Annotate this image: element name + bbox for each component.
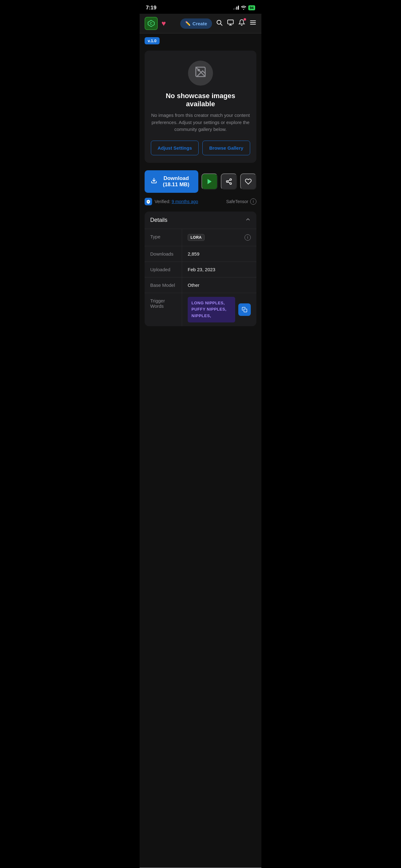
trigger-tags-text: LONG NIPPLES, PUFFY NIPPLES, NIPPLES,: [192, 301, 226, 318]
search-icon[interactable]: [216, 19, 223, 28]
details-title: Details: [150, 217, 167, 223]
svg-line-3: [221, 24, 222, 25]
verified-text: Verified: 9 months ago: [155, 199, 198, 204]
share-button[interactable]: [221, 174, 237, 190]
uploaded-value: Feb 23, 2023: [182, 262, 257, 277]
detail-row-uploaded: Uploaded Feb 23, 2023: [144, 262, 257, 277]
uploaded-label: Uploaded: [144, 262, 182, 277]
create-button[interactable]: ✏️ Create: [180, 19, 212, 29]
verified-time-link[interactable]: 9 months ago: [171, 199, 198, 204]
verified-left: Verified: 9 months ago: [144, 198, 198, 205]
notification-icon[interactable]: [238, 19, 245, 28]
detail-row-base-model: Base Model Other: [144, 277, 257, 293]
downloads-label: Downloads: [144, 246, 182, 261]
svg-line-19: [228, 180, 230, 181]
download-button[interactable]: Download (18.11 MB): [144, 170, 198, 193]
status-icons: 94: [233, 5, 255, 11]
screen-cast-icon[interactable]: [227, 19, 234, 28]
download-section: Download (18.11 MB): [140, 165, 261, 195]
favorite-icon[interactable]: ♥: [162, 19, 166, 28]
showcase-card: No showcase images available No images f…: [144, 51, 257, 163]
svg-rect-4: [228, 20, 233, 24]
play-button[interactable]: [201, 174, 218, 190]
trigger-words-label: Trigger Words: [144, 293, 182, 326]
svg-line-18: [228, 182, 230, 183]
copy-trigger-words-button[interactable]: [238, 303, 251, 316]
notification-dot: [244, 18, 246, 21]
trigger-words-value: LONG NIPPLES, PUFFY NIPPLES, NIPPLES,: [182, 293, 257, 326]
main-content: v.1.0 No showcase images available No im…: [140, 33, 261, 868]
nav-header: C ♥ ✏️ Create: [140, 14, 261, 33]
status-bar: 7:19 94: [140, 0, 261, 14]
adjust-settings-button[interactable]: Adjust Settings: [151, 141, 199, 155]
pencil-icon: ✏️: [185, 21, 191, 26]
battery-icon: 94: [248, 5, 255, 10]
download-icon: [151, 178, 157, 185]
chevron-up-icon[interactable]: [245, 217, 251, 224]
type-value: LORA i: [182, 229, 257, 246]
svg-marker-14: [208, 179, 212, 184]
showcase-description: No images from this creator match your c…: [151, 112, 250, 133]
svg-rect-20: [244, 309, 247, 312]
menu-icon[interactable]: [249, 19, 257, 28]
detail-row-type: Type LORA i: [144, 229, 257, 246]
showcase-title: No showcase images available: [151, 92, 250, 108]
status-time: 7:19: [146, 5, 157, 11]
no-image-icon: [194, 66, 207, 81]
detail-row-downloads: Downloads 2,859: [144, 246, 257, 262]
showcase-buttons: Adjust Settings Browse Gallery: [151, 141, 250, 155]
version-section: v.1.0: [140, 33, 261, 48]
base-model-label: Base Model: [144, 277, 182, 293]
base-model-value: Other: [182, 277, 257, 293]
downloads-value: 2,859: [182, 246, 257, 261]
safetensor-info: SafeTensor i: [226, 198, 257, 205]
signal-icon: [233, 6, 239, 10]
version-badge: v.1.0: [144, 37, 160, 44]
detail-row-trigger-words: Trigger Words LONG NIPPLES, PUFFY NIPPLE…: [144, 293, 257, 326]
favorite-button[interactable]: [240, 174, 257, 190]
nav-icons: [216, 19, 257, 28]
safetensor-info-icon[interactable]: i: [250, 198, 257, 205]
type-info-icon[interactable]: i: [244, 234, 251, 241]
trigger-tags: LONG NIPPLES, PUFFY NIPPLES, NIPPLES,: [188, 297, 235, 322]
verified-shield-icon: [144, 198, 152, 205]
wifi-icon: [241, 5, 246, 11]
svg-text:C: C: [150, 22, 153, 25]
no-image-circle: [188, 61, 213, 86]
type-label: Type: [144, 229, 182, 246]
lora-badge: LORA: [188, 234, 205, 241]
verified-row: Verified: 9 months ago SafeTensor i: [140, 195, 261, 209]
details-header[interactable]: Details: [144, 212, 257, 229]
browse-gallery-button[interactable]: Browse Gallery: [202, 141, 250, 155]
civitai-logo[interactable]: C: [144, 17, 158, 30]
details-section: Details Type LORA i Downloads 2,859 Uplo…: [144, 212, 257, 326]
